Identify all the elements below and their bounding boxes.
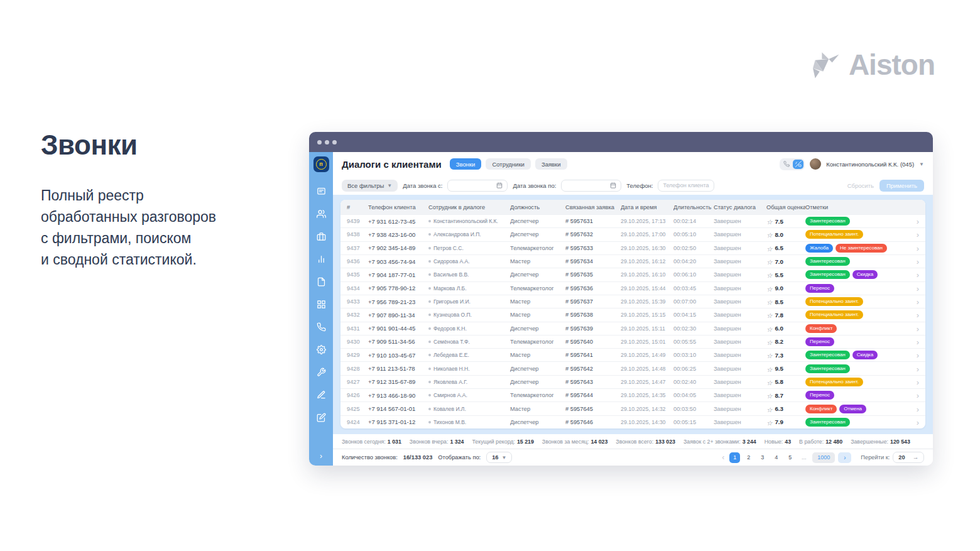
column-header: Статус диалога	[714, 204, 766, 210]
row-chevron-icon[interactable]	[905, 323, 919, 334]
page-button-3[interactable]: 3	[757, 452, 768, 463]
table-row[interactable]: 9436+7 903 456-74-94Сидорова А.А.Мастер#…	[340, 254, 925, 268]
phone-icon[interactable]	[317, 322, 326, 332]
page-button-1000[interactable]: 1000	[812, 452, 835, 463]
dialog-status: Завершен	[714, 285, 766, 292]
tab-Заявки[interactable]: Заявки	[535, 158, 567, 170]
user-avatar[interactable]	[810, 158, 821, 170]
table-row[interactable]: 9433+7 956 789-21-23Григорьев И.И.Мастер…	[340, 295, 925, 308]
overall-rating: 6.3	[766, 403, 805, 415]
dialog-status: Завершен	[714, 258, 766, 265]
row-chevron-icon[interactable]	[905, 256, 919, 267]
row-chevron-icon[interactable]	[905, 296, 919, 307]
tags: Потенциально заинт.	[805, 378, 905, 386]
row-chevron-icon[interactable]	[905, 417, 919, 428]
phone-filter-input[interactable]: Телефон клиента	[658, 180, 714, 192]
prev-page-chevron-icon[interactable]: ‹	[720, 453, 726, 462]
row-chevron-icon[interactable]	[905, 390, 919, 401]
date-from-input[interactable]	[447, 180, 508, 192]
call-duration: 00:05:15	[673, 419, 714, 425]
tab-Звонки[interactable]: Звонки	[450, 158, 482, 170]
call-datetime: 29.10.2025, 17:00	[621, 231, 673, 237]
table-row[interactable]: 9431+7 901 901-44-45Федоров К.Н.Диспетче…	[340, 322, 925, 335]
row-chevron-icon[interactable]	[905, 309, 919, 320]
star-icon	[766, 269, 772, 280]
client-phone: +7 901 901-44-45	[368, 325, 428, 332]
app-logo[interactable]: п	[313, 156, 329, 172]
edit-icon[interactable]	[317, 413, 326, 422]
employee-dot	[428, 408, 431, 410]
table-row[interactable]: 9435+7 904 187-77-01Васильев В.В.Диспетч…	[340, 268, 925, 281]
client-phone: +7 915 371-01-12	[368, 418, 428, 425]
goto-arrow-icon[interactable]: →	[913, 454, 918, 461]
filters-chevron-down-icon: ▼	[387, 183, 392, 188]
row-chevron-icon[interactable]	[905, 403, 919, 415]
page-button-5[interactable]: 5	[785, 452, 795, 463]
call-datetime: 29.10.2025, 14:35	[621, 392, 673, 398]
sidebar-expand-chevron-icon[interactable]: ›	[320, 452, 322, 461]
row-chevron-icon[interactable]	[905, 243, 919, 254]
row-chevron-icon[interactable]	[905, 229, 919, 240]
client-phone: +7 912 315-67-89	[368, 378, 428, 385]
employee-dot	[428, 314, 431, 316]
app-title: Диалоги с клиентами	[342, 159, 442, 170]
row-chevron-icon[interactable]	[905, 363, 919, 374]
tag-badge: Заинтересован	[805, 257, 850, 266]
table-row[interactable]: 9434+7 905 778-90-12Маркова Л.Б.Телемарк…	[340, 281, 925, 295]
window-dot[interactable]	[332, 140, 337, 145]
window-dot[interactable]	[325, 140, 329, 145]
grid-icon[interactable]	[317, 300, 326, 309]
table-row[interactable]: 9429+7 910 103-45-67Лебедева Е.Е.Мастер#…	[340, 348, 925, 361]
call-duration: 00:03:45	[673, 285, 714, 292]
table-row[interactable]: 9439+7 931 612-73-45Константинопольский …	[340, 214, 925, 227]
row-chevron-icon[interactable]	[905, 349, 919, 361]
page-button-1[interactable]: 1	[729, 452, 740, 463]
dialog-status: Завершен	[714, 312, 766, 318]
goto-page-value: 20	[898, 454, 905, 461]
document-icon[interactable]	[317, 277, 326, 286]
client-phone: +7 911 213-51-78	[368, 365, 428, 372]
row-chevron-icon[interactable]	[905, 269, 919, 280]
star-icon	[766, 256, 772, 267]
next-page-chevron-icon[interactable]: ›	[838, 452, 851, 463]
window-dot[interactable]	[317, 140, 322, 145]
overall-rating: 7.3	[766, 349, 805, 361]
table-row[interactable]: 9426+7 913 466-18-90Смирнов А.А.Телемарк…	[340, 388, 925, 401]
pen-icon[interactable]	[317, 390, 326, 400]
phone-icon[interactable]	[781, 160, 792, 169]
gear-icon[interactable]	[317, 345, 326, 354]
user-chevron-down-icon[interactable]: ▼	[919, 161, 924, 167]
tab-Сотрудники[interactable]: Сотрудники	[486, 158, 530, 170]
page-button-4[interactable]: 4	[771, 452, 781, 463]
app-logo-letter: п	[316, 159, 327, 170]
table-row[interactable]: 9424+7 915 371-01-12Тихонов М.В.Диспетче…	[340, 415, 925, 428]
all-filters-button[interactable]: Все фильтры ▼	[342, 180, 398, 192]
tag-badge: Не заинтересован	[836, 244, 887, 253]
reset-button[interactable]: Сбросить	[847, 182, 874, 189]
users-icon[interactable]	[317, 209, 326, 219]
row-chevron-icon[interactable]	[905, 336, 919, 347]
date-to-input[interactable]	[561, 180, 621, 192]
goto-page-input[interactable]: 20 →	[893, 452, 924, 463]
apply-button[interactable]: Применить	[879, 180, 924, 192]
table-row[interactable]: 9425+7 914 567-01-01Ковалев И.Л.Мастер# …	[340, 401, 925, 415]
table-row[interactable]: 9437+7 902 345-14-89Петров С.С.Телемарке…	[340, 241, 925, 254]
row-chevron-icon[interactable]	[905, 376, 919, 388]
briefcase-icon[interactable]	[317, 232, 326, 241]
table-row[interactable]: 9438+7 938 423-16-00Александрова И.П.Дис…	[340, 227, 925, 241]
row-chevron-icon[interactable]	[905, 215, 919, 227]
bar-chart-icon[interactable]	[317, 254, 326, 264]
phone-off-icon[interactable]	[793, 160, 803, 169]
overall-rating: 6.0	[766, 323, 805, 334]
row-chevron-icon[interactable]	[905, 283, 919, 294]
per-page-select[interactable]: 16 ▼	[486, 452, 512, 463]
table-row[interactable]: 9427+7 912 315-67-89Яковлева А.Г.Диспетч…	[340, 375, 925, 388]
page-button-2[interactable]: 2	[743, 452, 754, 463]
table-row[interactable]: 9430+7 909 511-34-56Семёнова Т.Ф.Телемар…	[340, 335, 925, 348]
stat-item: Звонков всего:133 023	[616, 439, 675, 445]
table-row[interactable]: 9428+7 911 213-51-78Николаев Н.Н.Диспетч…	[340, 361, 925, 374]
tool-icon[interactable]	[317, 368, 326, 377]
chat-icon[interactable]	[317, 187, 326, 196]
table-row[interactable]: 9432+7 907 890-11-34Кузнецова О.П.Мастер…	[340, 308, 925, 321]
footer-bar: Количество звонков: 16/133 023 Отображат…	[333, 449, 933, 466]
